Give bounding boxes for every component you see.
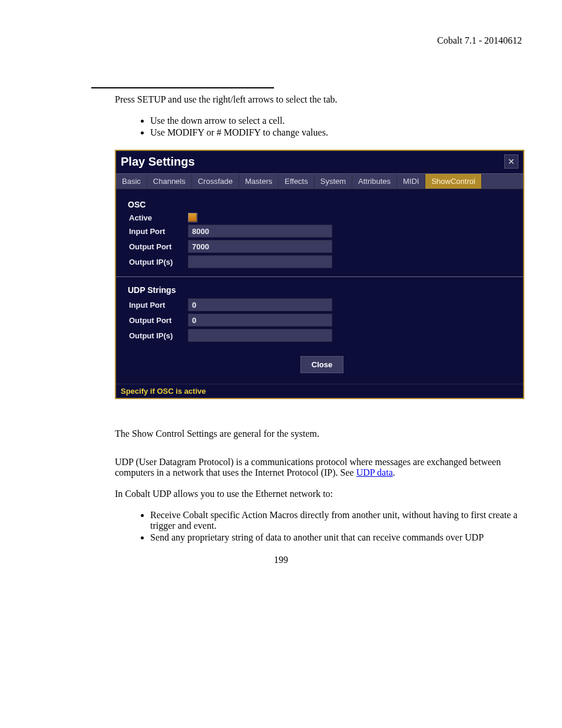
intro-bullets: Use the down arrow to select a cell. Use… (115, 116, 524, 138)
after-p2-a: UDP (User Datagram Protocol) is a commun… (115, 457, 501, 477)
tab-showcontrol[interactable]: ShowControl (425, 174, 481, 189)
group-divider (116, 276, 523, 277)
play-settings-panel-wrap: Play Settings ✕ Basic Channels Crossfade… (115, 150, 524, 399)
after-bullet: Receive Cobalt specific Action Macros di… (150, 510, 524, 531)
udp-data-link[interactable]: UDP data (356, 467, 393, 477)
after-p2-b: . (393, 467, 395, 477)
after-bullets: Receive Cobalt specific Action Macros di… (115, 510, 524, 543)
intro-bullet: Use MODIFY or # MODIFY to change values. (150, 127, 524, 138)
udp-output-ips-field[interactable] (188, 329, 332, 342)
osc-output-port-field[interactable]: 7000 (188, 240, 332, 253)
section-rule (91, 87, 274, 88)
after-p3: In Cobalt UDP allows you to use the Ethe… (115, 489, 524, 499)
osc-output-ips-label: Output IP(s) (129, 258, 188, 266)
udp-output-ips-label: Output IP(s) (129, 331, 188, 340)
tab-midi[interactable]: MIDI (397, 174, 425, 189)
tab-basic[interactable]: Basic (116, 174, 147, 189)
close-row: Close (129, 356, 515, 373)
osc-active-checkbox[interactable] (188, 213, 197, 222)
close-icon[interactable]: ✕ (504, 154, 518, 169)
osc-output-port-label: Output Port (129, 242, 188, 251)
osc-active-label: Active (129, 213, 188, 222)
panel-body: OSC Active Input Port 8000 Output Port 7… (116, 189, 523, 384)
play-settings-panel: Play Settings ✕ Basic Channels Crossfade… (115, 150, 524, 399)
panel-title: Play Settings (121, 155, 195, 169)
osc-heading: OSC (128, 200, 515, 209)
tab-crossfade[interactable]: Crossfade (192, 174, 239, 189)
tab-masters[interactable]: Masters (239, 174, 279, 189)
page-number: 199 (35, 555, 527, 565)
panel-titlebar: Play Settings ✕ (116, 151, 523, 173)
udp-output-port-label: Output Port (129, 316, 188, 325)
after-bullet: Send any proprietary string of data to a… (150, 532, 524, 543)
tab-attributes[interactable]: Attributes (352, 174, 397, 189)
udp-output-port-field[interactable]: 0 (188, 314, 332, 327)
after-p1: The Show Control Settings are general fo… (115, 429, 524, 439)
doc-header: Cobalt 7.1 - 20140612 (35, 35, 527, 46)
tab-strip: Basic Channels Crossfade Masters Effects… (116, 173, 523, 189)
close-button[interactable]: Close (300, 356, 343, 373)
tab-system[interactable]: System (315, 174, 352, 189)
intro-line-a: Press SETUP and use the right/left arrow… (115, 94, 323, 104)
udp-input-port-field[interactable]: 0 (188, 298, 332, 311)
status-line: Specify if OSC is active (116, 384, 523, 398)
udp-heading: UDP Strings (128, 285, 515, 295)
after-p2: UDP (User Datagram Protocol) is a commun… (115, 457, 524, 478)
udp-input-port-label: Input Port (129, 301, 188, 309)
osc-input-port-label: Input Port (129, 227, 188, 236)
tab-effects[interactable]: Effects (279, 174, 315, 189)
tab-channels[interactable]: Channels (147, 174, 192, 189)
osc-output-ips-field[interactable] (188, 255, 332, 268)
intro-bullet: Use the down arrow to select a cell. (150, 116, 524, 126)
intro-line-b: tab. (323, 94, 338, 104)
intro-line: Press SETUP and use the right/left arrow… (115, 94, 524, 105)
osc-input-port-field[interactable]: 8000 (188, 225, 332, 238)
